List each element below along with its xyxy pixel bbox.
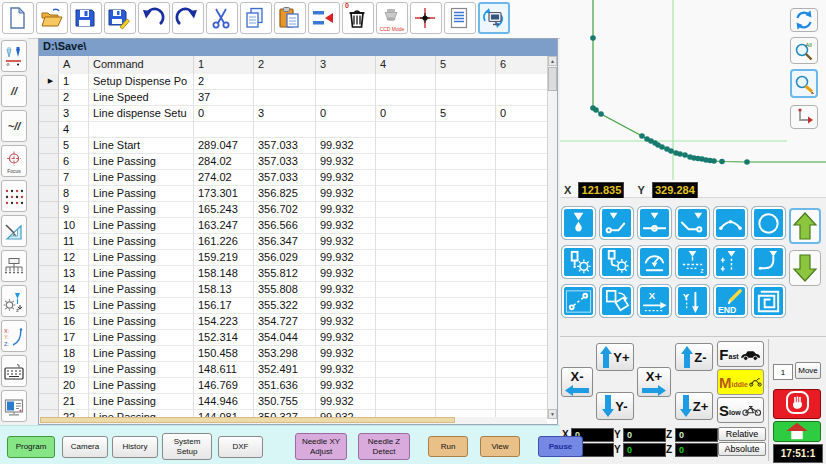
path-point-dot[interactable] [593,107,599,113]
table-row[interactable]: ▶1Setup Dispense Po2 [39,74,549,90]
column-header-1[interactable]: 1 [194,56,254,74]
table-row[interactable]: 18Line Passing150.458353.29899.932 [39,346,549,362]
pause-button[interactable]: Pause [538,436,583,457]
tab-system-setup[interactable]: System Setup [162,433,212,460]
toolbar-crosshair-button[interactable] [410,2,442,34]
table-row[interactable]: 3Line dispense Setu030050 [39,106,549,122]
cmd-step-jump-button[interactable] [561,284,596,318]
path-point-dot[interactable] [590,35,596,41]
sidebar-item-focus[interactable]: Focus [1,145,27,177]
toolbar-insert-line-button[interactable] [308,2,340,34]
plot-zoom-all-button[interactable]: All [790,37,818,64]
cmd-dot-dispense-button[interactable] [561,206,596,240]
table-row[interactable]: 6Line Passing284.02357.03399.932 [39,154,549,170]
jog-y-minus-button[interactable]: Y- [596,392,634,420]
plot-move-origin-button[interactable] [790,105,818,129]
path-point-dot[interactable] [668,148,674,154]
path-point-dot[interactable] [659,144,665,150]
needle-z-detect-button[interactable]: Needle Z Detect [358,433,410,460]
horizontal-scrollbar[interactable] [39,417,547,424]
speed-fast-button[interactable]: Fast [717,341,764,367]
sidebar-item-array-setup[interactable] [1,250,27,282]
table-row[interactable]: 9Line Passing165.243356.70299.932 [39,202,549,218]
sidebar-item-xyz-position[interactable]: X:Y:Z: [1,320,27,352]
speed-slow-button[interactable]: Slow [717,397,764,423]
path-point-dot[interactable] [598,111,604,117]
table-row[interactable]: 13Line Passing158.148355.81299.932 [39,266,549,282]
table-row[interactable]: 5Line Start289.047357.03399.932 [39,138,549,154]
sidebar-item-wave-line[interactable]: ~// [1,110,27,142]
absolute-mode-button[interactable]: Absolute [718,442,766,456]
run-button[interactable]: Run [428,436,468,457]
scroll-down-arrow[interactable]: ▼ [548,409,557,419]
home-button[interactable] [773,421,821,442]
toolbar-paste-button[interactable] [274,2,306,34]
column-header-3[interactable]: 3 [316,56,376,74]
toolbar-program-list-button[interactable] [444,2,476,34]
tab-history[interactable]: History [112,436,158,458]
column-header-A[interactable]: A [59,56,89,74]
jog-y-plus-button[interactable]: Y+ [596,343,634,371]
tab-dxf[interactable]: DXF [218,436,263,458]
column-header-5[interactable]: 5 [436,56,496,74]
plot-zoom-window-button[interactable] [790,69,818,98]
table-row[interactable]: 8Line Passing173.301356.82599.932 [39,186,549,202]
toolbar-open-file-button[interactable] [36,2,68,34]
table-row[interactable]: 11Line Passing161.226356.34799.932 [39,234,549,250]
table-row[interactable]: 2Line Speed37 [39,90,549,106]
table-row[interactable]: 20Line Passing146.769351.63699.932 [39,378,549,394]
path-point-dot[interactable] [744,159,750,165]
column-header-6[interactable]: 6 [496,56,549,74]
path-preview-plot[interactable] [560,0,826,198]
path-point-dot[interactable] [639,133,645,139]
table-row[interactable]: 17Line Passing152.314354.04499.932 [39,330,549,346]
sidebar-item-parallel-lines[interactable]: // [1,75,27,107]
table-row[interactable]: 12Line Passing159.219356.02999.932 [39,250,549,266]
toolbar-new-file-button[interactable] [2,2,34,34]
sidebar-item-screen-monitor[interactable] [1,390,27,422]
view-button[interactable]: View [480,436,520,457]
cmd-circle-button[interactable] [751,206,786,240]
speed-middle-button[interactable]: Middle [717,369,764,395]
toolbar-copy-button[interactable] [240,2,272,34]
plot-refresh-button[interactable] [790,8,818,32]
jog-z-plus-button[interactable]: Z+ [675,392,713,420]
toolbar-save-as-button[interactable] [104,2,136,34]
table-row[interactable]: 10Line Passing163.247356.56699.932 [39,218,549,234]
cmd-end-edit-button[interactable]: END [713,284,748,318]
emergency-stop-button[interactable] [773,389,821,419]
table-row[interactable]: 16Line Passing154.223354.72799.932 [39,314,549,330]
jog-x-minus-button[interactable]: X- [561,367,593,397]
sidebar-item-needle-xy-align[interactable] [1,40,27,72]
horizontal-scroll-thumb[interactable] [40,417,455,423]
sidebar-item-needle-z-gear[interactable]: z [1,285,27,317]
path-point-dot[interactable] [719,159,725,165]
cmd-dispenser-setup-a-button[interactable] [561,245,596,279]
sidebar-item-ruler-pen[interactable] [1,215,27,247]
cmd-arc-button[interactable] [713,206,748,240]
path-point-dot[interactable] [677,151,683,157]
cmd-weigh-detect-button[interactable] [637,245,672,279]
table-row[interactable]: 7Line Passing274.02357.03399.932 [39,170,549,186]
toolbar-redo-button[interactable] [172,2,204,34]
cmd-line-end-button[interactable] [675,206,710,240]
cmd-line-start-button[interactable] [599,206,634,240]
row-down-button[interactable] [789,250,821,286]
scroll-up-arrow[interactable]: ▲ [548,56,557,66]
toolbar-cut-button[interactable] [206,2,238,34]
cmd-sheet-rotate-button[interactable] [599,284,634,318]
cmd-dispenser-setup-b-button[interactable] [599,245,634,279]
move-button[interactable]: Move [795,362,821,379]
tab-camera[interactable]: Camera [62,436,108,458]
table-row[interactable]: 21Line Passing144.946350.75599.932 [39,394,549,410]
table-row[interactable]: 4 [39,122,549,138]
table-row[interactable]: 19Line Passing148.611352.49199.932 [39,362,549,378]
jog-z-minus-button[interactable]: Z- [675,343,713,371]
cmd-z-height-detect-button[interactable]: z [675,245,710,279]
toolbar-undo-button[interactable] [138,2,170,34]
column-header-4[interactable]: 4 [376,56,436,74]
path-point-dot[interactable] [711,158,717,164]
cmd-x-offset-button[interactable]: X [637,284,672,318]
toolbar-save-button[interactable] [70,2,102,34]
toolbar-delete-button[interactable]: 0 [342,2,374,34]
